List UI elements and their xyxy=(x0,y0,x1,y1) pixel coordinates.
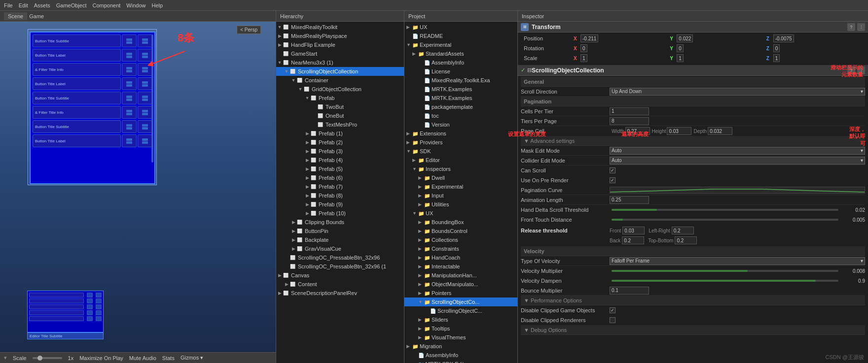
hierarchy-tree[interactable]: ▼⬜MixedRealityToolkit▶⬜MixedRealityPlays… xyxy=(276,22,404,363)
project-item[interactable]: ▶📁Dwell xyxy=(404,173,517,182)
scale-control[interactable] xyxy=(33,357,62,359)
hierarchy-item[interactable]: ▶⬜Prefab (6) xyxy=(276,173,404,182)
hierarchy-item[interactable]: ▶⬜GravVisualCue xyxy=(276,244,404,253)
project-item[interactable]: 📄AssemblyInfo xyxy=(404,351,517,360)
page-cell-depth-input[interactable] xyxy=(708,127,732,135)
rotation-z-input[interactable]: 0 xyxy=(773,44,780,52)
transform-header[interactable]: ⊞ Transform ? ⋮ xyxy=(518,22,868,33)
page-cell-width-input[interactable] xyxy=(625,127,650,135)
performance-options-header[interactable]: ▼ Performance Options xyxy=(521,296,865,305)
soc-info-btn[interactable]: ? xyxy=(847,66,855,74)
project-item[interactable]: ▼📁Experimental xyxy=(404,40,517,49)
hierarchy-item[interactable]: ⬜OneBut xyxy=(276,111,404,120)
transform-info-btn[interactable]: ? xyxy=(847,23,855,31)
project-item[interactable]: ▶📁ObjectManipulato... xyxy=(404,280,517,289)
project-tab-label[interactable]: Project xyxy=(408,13,425,19)
project-item[interactable]: 📄ScrollingObjectC... xyxy=(404,306,517,315)
project-item[interactable]: ▶📁Tooltips xyxy=(404,324,517,333)
project-item[interactable]: ▶📁StandardAssets xyxy=(404,49,517,58)
hierarchy-item[interactable]: ⬜ScrollingOC_PressableBtn_32x96 xyxy=(276,253,404,262)
project-item[interactable]: 📄Version xyxy=(404,120,517,129)
project-item[interactable]: ▶📁Providers xyxy=(404,138,517,147)
use-on-pre-render-checkbox[interactable] xyxy=(610,177,615,183)
persp-button[interactable]: < Persp xyxy=(237,26,261,34)
disable-clipped-checkbox[interactable] xyxy=(610,307,615,313)
hierarchy-item[interactable]: ▶⬜HandFlip Example xyxy=(276,40,404,49)
hierarchy-item[interactable]: ▶⬜Prefab (1) xyxy=(276,129,404,138)
hierarchy-item[interactable]: ▶⬜Prefab (4) xyxy=(276,156,404,165)
project-tree[interactable]: ▶📁UX📄README▼📁Experimental▶📁StandardAsset… xyxy=(404,22,517,363)
collider-edit-mode-dropdown[interactable]: Auto ▾ xyxy=(610,157,865,165)
project-item[interactable]: 📄README xyxy=(404,32,517,40)
rotation-x-input[interactable]: 0 xyxy=(580,44,587,52)
tiers-per-page-input[interactable] xyxy=(610,117,649,125)
transform-settings-btn[interactable]: ⋮ xyxy=(857,23,865,31)
hierarchy-item[interactable]: ▼⬜ScrollingObjectCollection xyxy=(276,67,404,76)
project-item[interactable]: 📄MixedReality.Toolkit.Exa xyxy=(404,76,517,85)
adv-settings-header[interactable]: ▼ Advanced settings xyxy=(521,136,865,146)
hierarchy-item[interactable]: ▶⬜Prefab (8) xyxy=(276,191,404,200)
project-item[interactable]: 📄MRTK.Examples xyxy=(404,94,517,102)
rotation-y-input[interactable]: 0 xyxy=(677,44,684,52)
hand-delta-slider[interactable] xyxy=(612,209,838,211)
position-z-input[interactable]: -0.0075 xyxy=(773,34,794,42)
hierarchy-item[interactable]: ▼⬜NearMenu3x3 (1) xyxy=(276,58,404,67)
soc-enabled-checkbox[interactable]: ✓ xyxy=(521,67,525,73)
project-item[interactable]: ▼📁ScrollingObjectCo... xyxy=(404,297,517,306)
project-item[interactable]: ▶📁Extensions xyxy=(404,129,517,138)
project-item[interactable]: ▶📁Utilities xyxy=(404,200,517,209)
hierarchy-item[interactable]: ▶⬜Canvas xyxy=(276,271,404,280)
hierarchy-item[interactable]: ▶⬜Prefab (5) xyxy=(276,165,404,173)
debug-options-header[interactable]: ▼ Debug Options xyxy=(521,325,865,335)
type-of-velocity-dropdown[interactable]: Falloff Per Frame ▾ xyxy=(610,257,865,265)
soc-settings-btn[interactable]: ⋮ xyxy=(857,66,865,74)
hierarchy-item[interactable]: ⬜TwoBut xyxy=(276,102,404,111)
mask-edit-mode-dropdown[interactable]: Auto ▾ xyxy=(610,147,865,155)
pagination-curve-control[interactable] xyxy=(610,187,865,194)
project-item[interactable]: ▶📁Collections xyxy=(404,235,517,244)
hierarchy-item[interactable]: ▶⬜Prefab (2) xyxy=(276,138,404,147)
hierarchy-item[interactable]: ▶⬜SceneDescriptionPanelRev xyxy=(276,289,404,297)
scene-tab[interactable]: Scene xyxy=(4,12,27,20)
can-scroll-checkbox[interactable] xyxy=(610,167,615,173)
mute-audio-btn[interactable]: Mute Audio xyxy=(129,355,156,361)
front-touch-slider[interactable] xyxy=(612,219,838,221)
scale-y-input[interactable]: 1 xyxy=(677,54,684,62)
project-item[interactable]: ▶📁Experimental xyxy=(404,182,517,191)
project-item[interactable]: ▶📁Editor xyxy=(404,156,517,165)
position-y-input[interactable]: 0.022 xyxy=(677,34,693,42)
hierarchy-item[interactable]: ⬜GameStart xyxy=(276,49,404,58)
project-item[interactable]: ▶📁Pointers xyxy=(404,289,517,297)
release-front-input[interactable] xyxy=(622,227,645,234)
release-back-input[interactable] xyxy=(622,236,644,244)
soc-header[interactable]: ✓ ⊟ ScrollingObjectCollection ? ⋮ xyxy=(518,65,868,76)
inspector-tab-label[interactable]: Inspector xyxy=(522,13,544,19)
game-tab[interactable]: Game xyxy=(29,13,44,19)
project-item[interactable]: ▶📁BoundsControl xyxy=(404,227,517,235)
project-item[interactable]: ▶📁HandCoach xyxy=(404,253,517,262)
project-item[interactable]: 📄License xyxy=(404,67,517,76)
project-item[interactable]: ▼📁Inspectors xyxy=(404,165,517,173)
hierarchy-item[interactable]: ▼⬜Prefab xyxy=(276,94,404,102)
stats-btn[interactable]: Stats xyxy=(162,355,175,361)
hierarchy-item[interactable]: ▶⬜Clipping Bounds xyxy=(276,218,404,227)
project-item[interactable]: C#MRTK.SDK.Editor xyxy=(404,360,517,363)
disable-clipped-renderers-checkbox[interactable] xyxy=(610,317,615,323)
hierarchy-item[interactable]: ▼⬜GridObjectCollection xyxy=(276,85,404,94)
project-item[interactable]: ▼📁UX xyxy=(404,209,517,218)
hierarchy-item[interactable]: ⬜TextMeshPro xyxy=(276,120,404,129)
hierarchy-item[interactable]: ▶⬜Prefab (10) xyxy=(276,209,404,218)
velocity-dampen-slider[interactable] xyxy=(612,280,838,282)
hierarchy-item[interactable]: ▼⬜MixedRealityToolkit xyxy=(276,23,404,32)
cells-per-tier-input[interactable] xyxy=(610,107,649,115)
scale-slider[interactable] xyxy=(33,357,62,359)
bounce-multiplier-input[interactable] xyxy=(610,287,649,295)
project-item[interactable]: ▶📁Input xyxy=(404,191,517,200)
project-item[interactable]: 📄packagetemplate xyxy=(404,102,517,111)
project-item[interactable]: ▶📁Sliders xyxy=(404,315,517,324)
project-item[interactable]: ▶📁VisualThemes xyxy=(404,333,517,342)
project-item[interactable]: 📄toc xyxy=(404,111,517,120)
velocity-multiplier-slider[interactable] xyxy=(612,270,838,272)
project-item[interactable]: ▶📁Migration xyxy=(404,342,517,351)
hierarchy-item[interactable]: ▼⬜Container xyxy=(276,76,404,85)
